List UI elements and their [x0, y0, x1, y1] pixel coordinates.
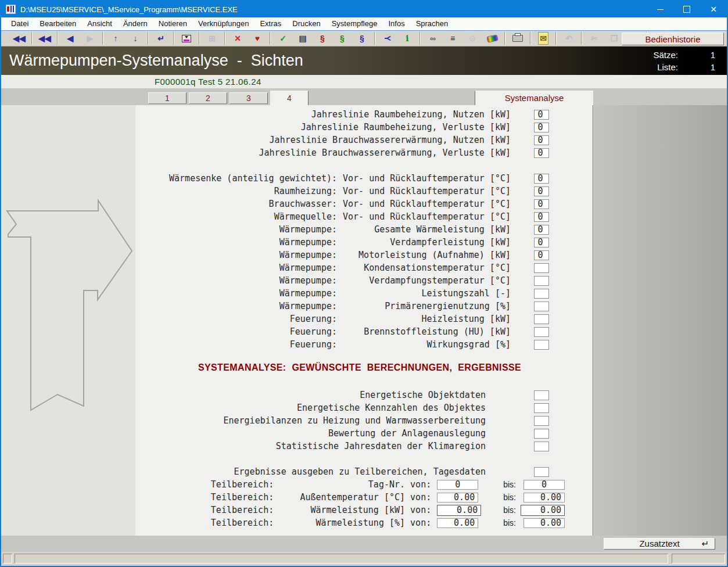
toolbar-button-delete[interactable]: ✕	[229, 32, 246, 45]
field-label: Motorleistung (Aufnahme) [kW]	[342, 250, 511, 260]
value-field[interactable]: 0	[534, 199, 549, 209]
tab-1[interactable]: 1	[148, 92, 187, 104]
value-field[interactable]: 0	[534, 148, 549, 158]
form-row: Feuerung:Brennstoffleistung (HU) [kW]	[135, 325, 593, 338]
toolbar-button-binoculars[interactable]: ∞	[424, 32, 442, 45]
menu-item-ndern[interactable]: Ändern	[119, 17, 152, 30]
form-row: Wärmepumpe:Kondensationstemperatur [°C]	[135, 261, 593, 274]
field-label: Wärmeleistung [kW] von:	[297, 505, 431, 515]
saetze-label: Sätze:	[582, 49, 678, 61]
field-label: Verdampfungstemperatur [°C]	[342, 275, 511, 286]
tab-2[interactable]: 2	[189, 92, 227, 104]
toolbar-separator	[199, 32, 200, 45]
toolbar-button-move-down[interactable]: ↓	[127, 32, 144, 45]
value-field[interactable]: 0	[534, 110, 549, 120]
toolbar-separator	[419, 32, 421, 45]
menu-item-sprachen[interactable]: Sprachen	[412, 17, 453, 30]
status-cell-main	[15, 554, 668, 564]
zusatztext-button[interactable]: Zusatztext ↵	[604, 538, 715, 550]
von-field[interactable]: 0.00	[437, 493, 478, 503]
candy-icon	[486, 34, 499, 43]
menu-item-ansicht[interactable]: Ansicht	[83, 17, 116, 30]
close-icon: ✕	[710, 5, 717, 13]
von-field[interactable]: 0	[437, 480, 478, 490]
field-prefix: Feuerung:	[290, 339, 337, 350]
preview-eye-icon: ⊙	[469, 33, 476, 44]
value-field[interactable]: 0	[534, 238, 549, 247]
toolbar-button-move-up[interactable]: ↑	[107, 32, 124, 45]
bis-field[interactable]: 0.00	[523, 493, 565, 503]
von-field[interactable]: 0.00	[437, 518, 478, 528]
menu-item-infos[interactable]: Infos	[384, 17, 408, 30]
value-field[interactable]: 0	[534, 225, 549, 235]
menu-item-extras[interactable]: Extras	[256, 17, 285, 30]
gecko-blue-icon: §	[360, 33, 364, 44]
value-field[interactable]: 0	[534, 212, 549, 222]
bedienhistorie-button[interactable]: Bedienhistorie	[622, 33, 724, 45]
toolbar-button-gecko-red[interactable]: §	[314, 32, 331, 45]
tab-3[interactable]: 3	[229, 92, 268, 104]
menu-item-notieren[interactable]: Notieren	[155, 17, 191, 30]
toolbar-buttons: ◀◀◀◀◀▶↑↓↵⊞✕♥✓▤§§§Yi∞≡⊙✉↶✂❐❏?	[9, 32, 669, 45]
toolbar-button-mail-envelope[interactable]: ✉	[535, 32, 552, 45]
toolbar-separator	[530, 32, 531, 45]
toolbar-button-fast-backward[interactable]: ◀◀	[36, 32, 53, 45]
bis-field[interactable]: 0	[523, 480, 565, 490]
maximize-icon	[683, 6, 690, 13]
toolbar-button-candy[interactable]	[483, 32, 501, 45]
toolbar-button-printer[interactable]	[509, 32, 526, 45]
toolbar-button-split-arrow[interactable]: Y	[379, 32, 396, 45]
tab-4[interactable]: 4	[270, 91, 309, 105]
value-field[interactable]: 0	[534, 174, 549, 184]
value-field[interactable]	[534, 467, 549, 477]
toolbar-button-gecko-blue[interactable]: §	[353, 32, 371, 45]
value-field[interactable]: 0	[534, 123, 549, 132]
value-field[interactable]	[534, 302, 549, 311]
value-field[interactable]	[534, 263, 549, 273]
toolbar-button-document[interactable]: ▤	[294, 32, 311, 45]
menu-item-datei[interactable]: Datei	[7, 17, 33, 30]
minimize-button[interactable]	[647, 1, 673, 17]
toolbar-button-list-lines[interactable]: ≡	[444, 32, 461, 45]
field-label: Bewertung der Anlagenauslegung	[328, 428, 486, 439]
value-field[interactable]	[534, 429, 549, 439]
value-field[interactable]	[534, 289, 549, 299]
menu-item-verkn-pfungen[interactable]: Verknüpfungen	[194, 17, 253, 30]
value-field[interactable]: 0	[534, 250, 549, 260]
toolbar-button-info[interactable]: i	[399, 32, 416, 45]
value-field[interactable]	[534, 416, 549, 426]
value-field[interactable]	[534, 276, 549, 286]
value-field[interactable]	[534, 390, 549, 400]
section-heading: SYSTEMANALYSE: GEWÜNSCHTE BERECHNUNGEN, …	[135, 361, 593, 375]
value-field[interactable]: 0	[534, 135, 549, 145]
bis-field[interactable]: 0.00	[523, 518, 565, 528]
form-row: Jahreslinie Raumbeheizung, Nutzen [kW]0	[135, 108, 593, 121]
menu-item-bearbeiten[interactable]: Bearbeiten	[35, 17, 80, 30]
maximize-button[interactable]	[673, 1, 700, 17]
menu-item-systempflege[interactable]: Systempflege	[328, 17, 382, 30]
tab-strip: 1234 Systemanalyse	[1, 88, 727, 105]
minimize-icon	[657, 9, 664, 10]
value-field[interactable]: 0	[534, 186, 549, 196]
value-field[interactable]	[534, 403, 549, 413]
von-field[interactable]: 0.00	[437, 505, 481, 516]
form-row: Feuerung:Heizleistung [kW]	[135, 313, 593, 325]
field-prefix: Wärmepumpe:	[279, 275, 337, 286]
toolbar-button-save-import[interactable]	[178, 32, 195, 45]
toolbar-button-first-record[interactable]: ◀◀	[10, 32, 28, 45]
bis-field[interactable]: 0.00	[521, 505, 565, 516]
field-prefix: Feuerung:	[290, 326, 337, 337]
toolbar-button-carriage-return[interactable]: ↵	[152, 32, 170, 45]
value-field[interactable]	[534, 442, 549, 451]
close-button[interactable]: ✕	[700, 1, 727, 17]
toolbar-button-favorite-heart[interactable]: ♥	[249, 32, 266, 45]
value-field[interactable]	[534, 340, 549, 350]
value-field[interactable]	[534, 314, 549, 324]
field-prefix: Teilbereich:	[211, 518, 274, 528]
menu-item-drucken[interactable]: Drucken	[288, 17, 324, 30]
value-field[interactable]	[534, 327, 549, 337]
toolbar-button-gecko-green[interactable]: §	[333, 32, 351, 45]
form-row: Wärmepumpe:Primärenergienutzung [%]	[135, 300, 593, 313]
toolbar-button-previous[interactable]: ◀	[62, 32, 79, 45]
toolbar-button-confirm-check[interactable]: ✓	[274, 32, 292, 45]
